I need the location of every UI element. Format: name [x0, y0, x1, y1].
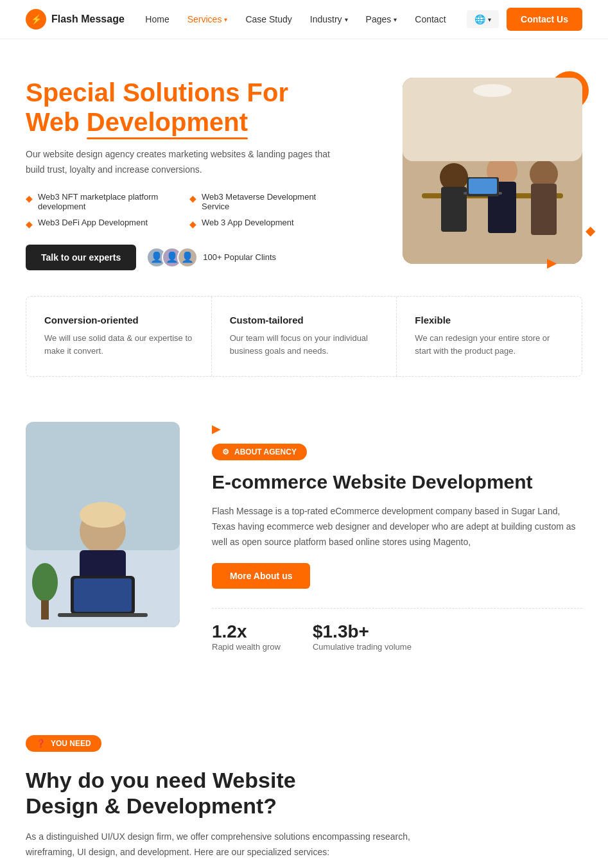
features-strip: Conversion-oriented We will use solid da…	[26, 296, 582, 378]
stat-label-2: Cumulative trading volume	[313, 642, 412, 652]
logo[interactable]: ⚡ Flash Message	[26, 9, 125, 30]
nav-links: Home Services ▾ Case Study Industry ▾ Pa…	[145, 14, 446, 24]
feature-desc-2: Our team will focus on your individual b…	[230, 332, 379, 359]
globe-icon: 🌐	[474, 14, 485, 24]
chevron-down-icon: ▾	[394, 16, 397, 23]
svg-rect-19	[74, 578, 132, 612]
diamond-icon: ◆	[26, 193, 33, 204]
nav-home[interactable]: Home	[145, 14, 169, 24]
svg-rect-10	[469, 178, 497, 194]
logo-icon: ⚡	[26, 9, 46, 30]
logo-text: Flash Message	[51, 13, 125, 25]
stat-1: 1.2x Rapid wealth grow	[212, 621, 281, 652]
about-illustration	[26, 422, 180, 627]
more-about-us-button[interactable]: More About us	[212, 563, 310, 589]
about-title: E-commerce Website Development	[212, 471, 582, 494]
hero-description: Our website design agency creates market…	[26, 147, 334, 178]
feature-card-3: Flexible We can redesign your entire sto…	[397, 297, 582, 377]
about-description: Flash Message is a top-rated eCommerce d…	[212, 504, 582, 550]
hero-illustration	[403, 78, 582, 264]
chevron-down-icon: ▾	[224, 16, 227, 23]
svg-rect-7	[531, 184, 557, 235]
stat-label-1: Rapid wealth grow	[212, 642, 281, 652]
feature-card-2: Custom-tailored Our team will focus on y…	[212, 297, 397, 377]
avatar: 👤	[177, 247, 198, 268]
need-badge: ❓ YOU NEED	[26, 735, 101, 752]
need-title: Why do you need Website Design & Develop…	[26, 767, 334, 820]
diamond-decorative-icon: ◆	[586, 223, 595, 238]
feature-title-1: Conversion-oriented	[44, 315, 193, 326]
svg-point-16	[80, 502, 126, 528]
chevron-down-icon: ▾	[488, 16, 491, 23]
diamond-icon: ◆	[189, 219, 196, 229]
clients-count: 100+ Popular Clints	[203, 252, 276, 262]
hero-feature-2: ◆ Web3 Metaverse Development Service	[189, 192, 334, 211]
stat-value-2: $1.3b+	[313, 621, 412, 642]
hero-feature-1: ◆ Web3 NFT marketplace platform developm…	[26, 192, 170, 211]
client-avatars: 👤 👤 👤	[146, 247, 198, 268]
language-selector[interactable]: 🌐 ▾	[467, 10, 499, 28]
hero-clients: 👤 👤 👤 100+ Popular Clints	[146, 247, 276, 268]
feature-desc-3: We can redesign your entire store or sta…	[415, 332, 564, 359]
about-stats: 1.2x Rapid wealth grow $1.3b+ Cumulative…	[212, 608, 582, 652]
hero-features: ◆ Web3 NFT marketplace platform developm…	[26, 192, 334, 229]
feature-card-1: Conversion-oriented We will use solid da…	[26, 297, 212, 377]
diamond-icon: ◆	[189, 193, 196, 204]
feature-desc-1: We will use solid data & our expertise t…	[44, 332, 193, 359]
play-icon: ▶	[212, 422, 582, 436]
hero-cta: Talk to our experts 👤 👤 👤 100+ Popular C…	[26, 245, 334, 270]
hero-photo	[403, 78, 582, 264]
badge-icon: ❓	[36, 739, 46, 748]
navbar: ⚡ Flash Message Home Services ▾ Case Stu…	[0, 0, 608, 39]
about-badge: ⚙ ABOUT AGENCY	[212, 444, 307, 460]
nav-contact[interactable]: Contact	[415, 14, 446, 24]
about-image	[26, 422, 180, 627]
hero-content: Special Solutions For Web Development Ou…	[26, 78, 334, 270]
hero-section: Special Solutions For Web Development Ou…	[0, 39, 608, 296]
hero-photo-inner	[403, 78, 582, 264]
need-description: As a distinguished UI/UX design firm, we…	[26, 829, 411, 860]
svg-point-12	[473, 84, 512, 97]
feature-title-2: Custom-tailored	[230, 315, 379, 326]
stat-value-1: 1.2x	[212, 621, 281, 642]
svg-point-21	[32, 563, 58, 602]
hero-feature-3: ◆ Web3 DeFi App Development	[26, 218, 170, 229]
nav-case-study[interactable]: Case Study	[245, 14, 291, 24]
arrow-decorative-icon: ▶	[547, 255, 557, 270]
nav-industry[interactable]: Industry ▾	[310, 14, 348, 24]
about-content: ▶ ⚙ ABOUT AGENCY E-commerce Website Deve…	[212, 422, 582, 651]
hero-feature-4: ◆ Web 3 App Development	[189, 218, 334, 229]
need-section: ❓ YOU NEED Why do you need Website Desig…	[0, 697, 608, 868]
contact-us-button[interactable]: Contact Us	[507, 8, 582, 31]
stat-2: $1.3b+ Cumulative trading volume	[313, 621, 412, 652]
nav-services[interactable]: Services ▾	[187, 14, 228, 24]
diamond-icon: ◆	[26, 219, 33, 229]
about-section: ▶ ⚙ ABOUT AGENCY E-commerce Website Deve…	[0, 377, 608, 696]
svg-rect-20	[58, 613, 148, 617]
svg-rect-22	[41, 600, 49, 620]
badge-icon: ⚙	[222, 447, 229, 456]
hero-image: ◆ ▶	[403, 78, 582, 264]
talk-to-experts-button[interactable]: Talk to our experts	[26, 245, 136, 270]
chevron-down-icon: ▾	[345, 16, 348, 23]
nav-right: 🌐 ▾ Contact Us	[467, 8, 582, 31]
nav-pages[interactable]: Pages ▾	[366, 14, 397, 24]
feature-title-3: Flexible	[415, 315, 564, 326]
hero-title: Special Solutions For Web Development	[26, 78, 334, 137]
svg-rect-3	[441, 187, 467, 232]
